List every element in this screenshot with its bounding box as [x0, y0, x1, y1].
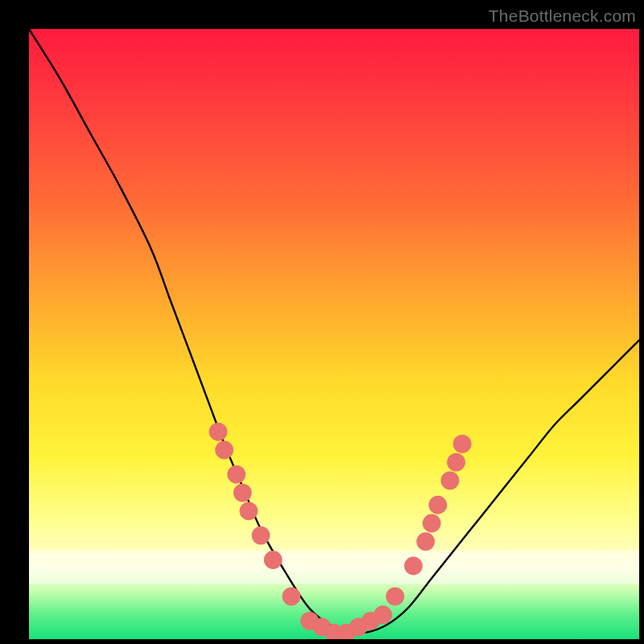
- sample-point: [429, 496, 448, 514]
- sample-point: [447, 453, 465, 472]
- chart-svg: [29, 29, 639, 639]
- sample-point: [404, 557, 423, 576]
- sample-point: [264, 551, 283, 569]
- sample-point: [374, 605, 392, 624]
- sample-point: [283, 588, 301, 606]
- sample-point: [416, 532, 435, 551]
- sample-point: [453, 435, 472, 453]
- sample-point: [240, 502, 258, 520]
- sample-points-group: [209, 423, 472, 639]
- sample-point: [227, 465, 246, 484]
- sample-point: [215, 441, 233, 460]
- sample-point: [233, 484, 252, 502]
- sample-point: [423, 514, 441, 533]
- chart-stage: TheBottleneck.com: [0, 0, 644, 644]
- watermark-text: TheBottleneck.com: [489, 6, 636, 26]
- sample-point: [209, 423, 228, 441]
- sample-point: [441, 472, 460, 490]
- sample-point: [386, 588, 404, 606]
- sample-point: [252, 526, 270, 545]
- bottleneck-curve: [29, 29, 639, 633]
